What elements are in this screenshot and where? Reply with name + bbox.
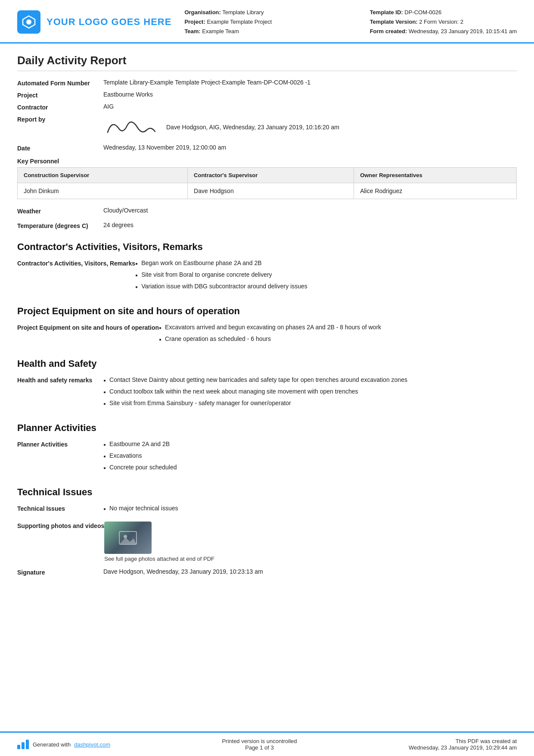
project-value: Example Template Project [207,19,272,25]
cell-owner-representatives: Alice Rodriguez [354,183,517,199]
contractor-label: Contractor [17,103,103,111]
report-by-label: Report by [17,115,103,123]
page-header: YOUR LOGO GOES HERE Organisation: Templa… [0,0,534,44]
technical-issues-heading: Technical Issues [17,487,517,498]
form-number-row: Automated Form Number Template Library-E… [17,79,517,87]
footer-left: Generated with dashpivot.com [17,740,110,749]
photo-thumbnail [104,522,152,554]
contractors-activities-list: Began work on Eastbourne phase 2A and 2B… [135,259,517,294]
date-label: Date [17,144,103,152]
date-row: Date Wednesday, 13 November 2019, 12:00:… [17,144,517,152]
footer-page-number: Page 1 of 3 [222,744,297,751]
footer-pdf-label: This PDF was created at [409,738,517,744]
list-item: Concrete pour scheduled [103,463,517,472]
technical-issues-list: No major technical issues [103,504,517,515]
supporting-photos-value: See full page photos attached at end of … [104,522,517,562]
col-header-3: Owner Representatives [354,168,517,183]
org-value: Template Library [222,9,264,16]
report-by-text: Dave Hodgson, AIG, Wednesday, 23 January… [166,124,339,131]
photo-block: See full page photos attached at end of … [104,522,517,562]
project-row: Project Eastbourne Works [17,91,517,99]
weather-value: Cloudy/Overcast [103,207,517,214]
list-item: Excavations [103,451,517,460]
personnel-table: Construction Supervisor Contractor's Sup… [17,167,517,199]
footer-center: Printed version is uncontrolled Page 1 o… [222,738,297,751]
template-id-label: Template ID: [370,9,403,16]
list-item: Excavators arrived and begun excavating … [159,323,517,332]
report-by-value: Dave Hodgson, AIG, Wednesday, 23 January… [103,115,517,139]
list-item: Contact Steve Daintry about getting new … [103,375,517,384]
report-title: Daily Activity Report [17,54,517,71]
bar-3 [26,740,29,749]
contractors-activities-heading: Contractor's Activities, Visitors, Remar… [17,241,517,253]
svg-marker-3 [119,537,137,544]
list-item: Conduct toolbox talk within the next wee… [103,387,517,396]
signature-value: Dave Hodgson, Wednesday, 23 January 2019… [103,568,517,575]
signature-image [103,115,159,139]
technical-issues-label: Technical Issues [17,504,103,512]
list-item: Crane operation as scheduled - 6 hours [159,334,517,344]
weather-row: Weather Cloudy/Overcast [17,207,517,215]
project-label: Project: [184,19,205,25]
health-safety-label: Health and safety remarks [17,375,103,384]
health-safety-section: Health and safety remarks Contact Steve … [17,375,517,410]
team-label: Team: [184,28,200,34]
list-item: Began work on Eastbourne phase 2A and 2B [135,259,517,268]
main-content: Daily Activity Report Automated Form Num… [0,44,534,756]
project-equipment-section: Project Equipment on site and hours of o… [17,323,517,346]
contractor-value: AIG [103,103,517,110]
supporting-photos-label: Supporting photos and videos [17,522,104,529]
temperature-row: Temperature (degrees C) 24 degrees [17,222,517,229]
project-equipment-list: Excavators arrived and begun excavating … [159,323,517,346]
logo-icon [17,10,40,34]
planner-activities-section: Planner Activities Eastbourne 2A and 2B … [17,440,517,475]
footer-logo-icon [17,740,29,749]
bar-1 [17,745,20,749]
weather-label: Weather [17,207,103,215]
form-number-value: Template Library-Example Template Projec… [103,79,517,86]
footer-right: This PDF was created at Wednesday, 23 Ja… [409,738,517,751]
cell-construction-supervisor: John Dinkum [18,183,188,199]
list-item: Eastbourne 2A and 2B [103,440,517,449]
template-id-value: DP-COM-0026 [404,9,441,16]
dashpivot-link[interactable]: dashpivot.com [74,741,110,748]
header-meta: Organisation: Template Library Project: … [184,8,357,36]
logo-text: YOUR LOGO GOES HERE [47,16,171,28]
cell-contractors-supervisor: Dave Hodgson [188,183,354,199]
project-field-label: Project [17,91,103,99]
logo-svg [21,14,37,30]
key-personnel-label: Key Personnel [17,158,517,165]
temperature-value: 24 degrees [103,222,517,228]
form-number-label: Automated Form Number [17,79,103,87]
header-right: Template ID: DP-COM-0026 Template Versio… [370,8,517,36]
list-item: Site visit from Boral to organise concre… [135,270,517,279]
org-label: Organisation: [184,9,221,16]
form-created-label: Form created: [370,28,407,34]
page-footer: Generated with dashpivot.com Printed ver… [0,731,534,756]
list-item: Variation issue with DBG subcontractor a… [135,282,517,291]
project-equipment-heading: Project Equipment on site and hours of o… [17,306,517,317]
planner-activities-heading: Planner Activities [17,422,517,434]
contractor-row: Contractor AIG [17,103,517,111]
signature-row: Signature Dave Hodgson, Wednesday, 23 Ja… [17,568,517,576]
contractors-activities-label: Contractor's Activities, Visitors, Remar… [17,259,135,267]
table-row: John Dinkum Dave Hodgson Alice Rodriguez [18,183,517,199]
date-value: Wednesday, 13 November 2019, 12:00:00 am [103,144,517,151]
planner-activities-label: Planner Activities [17,440,103,448]
temperature-label: Temperature (degrees C) [17,222,103,229]
col-header-2: Contractor's Supervisor [188,168,354,183]
project-equipment-label: Project Equipment on site and hours of o… [17,323,159,331]
form-created-value: Wednesday, 23 January 2019, 10:15:41 am [409,28,517,34]
list-item: Site visit from Emma Sainsbury - safety … [103,399,517,408]
project-field-value: Eastbourne Works [103,91,517,98]
bar-2 [22,742,25,749]
generated-text: Generated with [33,741,71,748]
col-header-1: Construction Supervisor [18,168,188,183]
report-by-row: Report by Dave Hodgson, AIG, Wednesday, … [17,115,517,139]
signature-label: Signature [17,568,103,576]
svg-point-0 [26,19,31,25]
footer-uncontrolled: Printed version is uncontrolled [222,738,297,744]
list-item: No major technical issues [103,504,517,513]
planner-activities-list: Eastbourne 2A and 2B Excavations Concret… [103,440,517,475]
svg-point-2 [124,535,127,538]
